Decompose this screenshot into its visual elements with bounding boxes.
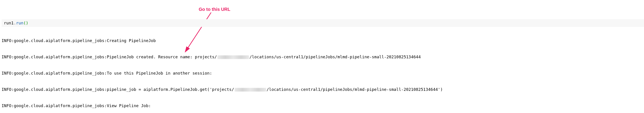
log-text: INFO:google.cloud.aiplatform.pipeline_jo… <box>2 38 156 43</box>
redacted-project-id <box>234 88 266 92</box>
code-dot: . <box>14 20 16 25</box>
log-line: INFO:google.cloud.aiplatform.pipeline_jo… <box>2 87 642 92</box>
log-line: INFO:google.cloud.aiplatform.pipeline_jo… <box>2 54 642 60</box>
log-text: INFO:google.cloud.aiplatform.pipeline_jo… <box>2 71 212 76</box>
log-text: INFO:google.cloud.aiplatform.pipeline_jo… <box>2 54 217 59</box>
code-parens: () <box>24 20 28 25</box>
code-input-cell: run1.run() <box>2 19 644 27</box>
log-line: INFO:google.cloud.aiplatform.pipeline_jo… <box>2 70 642 76</box>
log-line: INFO:google.cloud.aiplatform.pipeline_jo… <box>2 38 642 44</box>
code-object: run1 <box>4 20 14 25</box>
annotation-label: Go to this URL <box>199 7 230 12</box>
log-line: INFO:google.cloud.aiplatform.pipeline_jo… <box>2 103 642 108</box>
code-method: run <box>16 20 24 25</box>
log-text: /locations/us-central1/pipelineJobs/mlmd… <box>250 54 421 59</box>
log-text: INFO:google.cloud.aiplatform.pipeline_jo… <box>2 103 151 108</box>
redacted-project-id <box>218 55 249 59</box>
log-text: /locations/us-central1/pipelineJobs/mlmd… <box>267 87 443 92</box>
log-output: INFO:google.cloud.aiplatform.pipeline_jo… <box>2 27 642 113</box>
log-text: INFO:google.cloud.aiplatform.pipeline_jo… <box>2 87 234 92</box>
